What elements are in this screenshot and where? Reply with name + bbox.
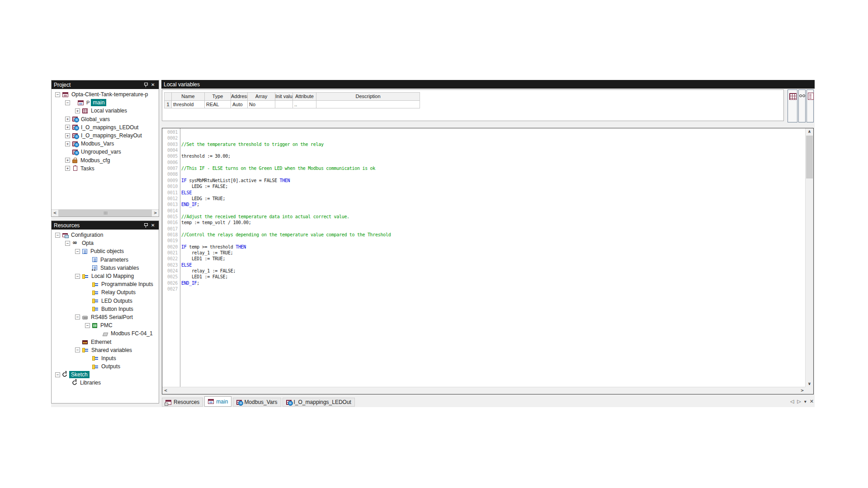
code-line-0022[interactable]: 0022 LED1 := TRUE; — [162, 256, 786, 262]
pin-icon[interactable] — [143, 82, 149, 88]
expander-icon[interactable]: − — [75, 274, 80, 279]
tree-item-led-outputs[interactable]: LED Outputs — [52, 297, 159, 305]
close-tab-icon[interactable] — [810, 399, 814, 404]
tab-menu-icon[interactable] — [804, 399, 807, 404]
expander-icon[interactable]: + — [75, 108, 80, 113]
column-header-name[interactable]: Name — [172, 93, 205, 101]
code-line-0020[interactable]: 0020IF temp >= threshold THEN — [162, 244, 786, 250]
expander-icon[interactable]: − — [55, 92, 60, 97]
cell-name[interactable]: threshold — [172, 101, 205, 108]
tree-item-main[interactable]: −Pmain — [52, 99, 159, 107]
cell-address[interactable]: Auto — [231, 101, 248, 108]
row-number-header[interactable] — [165, 93, 172, 101]
grid-view-button[interactable] — [788, 89, 797, 122]
tree-item-outputs[interactable]: Outputs — [52, 362, 159, 371]
tree-item-modbus-cfg[interactable]: +Modbus_cfg — [52, 156, 159, 164]
table-row[interactable]: 1thresholdREALAutoNo.. — [165, 101, 420, 108]
scroll-down-icon[interactable] — [806, 380, 813, 387]
code-line-0026[interactable]: 0026END_IF; — [162, 280, 786, 286]
expander-icon[interactable]: − — [75, 249, 80, 254]
code-line-0006[interactable]: 0006 — [162, 160, 786, 165]
code-line-0024[interactable]: 0024 relay_1 := FALSE; — [162, 268, 786, 274]
scrollbar-thumb[interactable] — [806, 136, 813, 178]
tree-item-parameters[interactable]: Parameters — [52, 256, 159, 264]
watch-view-button[interactable] — [798, 89, 806, 122]
expander-icon[interactable]: − — [75, 314, 80, 319]
expander-icon[interactable]: + — [65, 125, 70, 130]
tree-item-pmc[interactable]: −PMC — [52, 321, 159, 329]
tab-resources[interactable]: Resources — [162, 398, 203, 407]
code-line-0013[interactable]: 0013END_IF; — [162, 202, 786, 207]
scroll-left-icon[interactable] — [52, 210, 58, 216]
tree-item-i-o-mappings-ledout[interactable]: +I_O_mappings_LEDOut — [52, 123, 159, 131]
tab-modbus-vars[interactable]: Modbus_Vars — [233, 398, 281, 407]
code-line-0009[interactable]: 0009IF sysMbMRtuNetList[0].active = FALS… — [162, 178, 786, 183]
project-hscrollbar[interactable] — [52, 209, 159, 216]
tree-item-global-vars[interactable]: +Global_vars — [52, 115, 159, 123]
column-header-type[interactable]: Type — [205, 93, 231, 101]
expander-icon[interactable]: − — [65, 100, 70, 105]
expander-icon[interactable]: − — [85, 323, 90, 328]
code-line-0014[interactable]: 0014 — [162, 208, 786, 214]
code-line-0008[interactable]: 0008 — [162, 171, 786, 177]
expander-icon[interactable]: − — [55, 233, 60, 238]
column-header-attribute[interactable]: Attribute — [293, 93, 316, 101]
column-header-init-value[interactable]: Init value — [275, 93, 293, 101]
cell-type[interactable]: REAL — [205, 101, 231, 108]
code-line-0019[interactable]: 0019 — [162, 238, 786, 244]
code-line-0025[interactable]: 0025 LED1 := FALSE; — [162, 274, 786, 280]
code-line-0010[interactable]: 0010 LEDG := FALSE; — [162, 183, 786, 189]
tree-item-ethernet[interactable]: Ethernet — [52, 338, 159, 346]
code-line-0015[interactable]: 0015//Adjust the received temperature da… — [162, 214, 786, 220]
tree-item-public-objects[interactable]: −Public objects — [52, 247, 159, 255]
code-line-0007[interactable]: 0007//This IF - ELSE turns on the Green … — [162, 165, 786, 171]
scroll-right-icon[interactable] — [152, 210, 159, 216]
expander-icon[interactable]: − — [75, 347, 80, 352]
code-line-0018[interactable]: 0018//Control the relays depending on th… — [162, 232, 786, 238]
editor-hscrollbar[interactable] — [162, 387, 806, 394]
tree-item-modbus-fc-04-1[interactable]: Modbus FC-04_1 — [52, 329, 159, 338]
code-editor[interactable]: 000100020003//Set the temperature thresh… — [162, 128, 814, 394]
cell-init_value[interactable] — [275, 101, 293, 108]
tree-item-sketch[interactable]: −Sketch — [52, 371, 159, 379]
column-header-description[interactable]: Description — [316, 93, 420, 101]
tree-item-tasks[interactable]: +Tasks — [52, 164, 159, 173]
tab-i-o-mappings-ledout[interactable]: I_O_mappings_LEDOut — [283, 398, 355, 407]
scroll-up-icon[interactable] — [806, 128, 813, 135]
column-header-address[interactable]: Address — [231, 93, 248, 101]
expander-icon[interactable]: + — [65, 133, 70, 138]
tree-item-status-variables[interactable]: Status variables — [52, 264, 159, 272]
cell-array[interactable]: No — [248, 101, 275, 108]
code-line-0003[interactable]: 0003//Set the temperature threshold to t… — [162, 141, 786, 147]
tree-item-local-io-mapping[interactable]: −Local IO Mapping — [52, 272, 159, 280]
tree-item-local-variables[interactable]: +Local variables — [52, 107, 159, 115]
expander-icon[interactable]: + — [65, 141, 70, 146]
text-view-button[interactable] — [807, 89, 814, 122]
expander-icon[interactable]: + — [65, 166, 70, 171]
expander-icon[interactable]: + — [65, 158, 70, 163]
code-line-0027[interactable]: 0027 — [162, 286, 786, 292]
code-line-0011[interactable]: 0011ELSE — [162, 190, 786, 196]
cell-num[interactable]: 1 — [165, 101, 172, 108]
expander-icon[interactable]: + — [65, 117, 70, 122]
code-line-0017[interactable]: 0017 — [162, 226, 786, 232]
tree-item-button-inputs[interactable]: Button Inputs — [52, 305, 159, 313]
tree-item-opta[interactable]: −Opta — [52, 239, 159, 247]
code-line-0004[interactable]: 0004 — [162, 147, 786, 153]
scroll-left-icon[interactable] — [162, 387, 169, 394]
code-line-0016[interactable]: 0016temp := temp_volt / 100.00; — [162, 220, 786, 225]
code-line-0023[interactable]: 0023ELSE — [162, 262, 786, 268]
cell-attribute[interactable]: .. — [293, 101, 316, 108]
scrollbar-thumb[interactable] — [58, 210, 152, 216]
scroll-right-icon[interactable] — [799, 387, 806, 394]
code-line-0012[interactable]: 0012 LEDG := TRUE; — [162, 196, 786, 202]
code-line-0001[interactable]: 0001 — [162, 129, 786, 135]
nav-forward-icon[interactable] — [797, 399, 801, 404]
close-icon[interactable] — [150, 222, 156, 229]
nav-back-icon[interactable] — [790, 399, 794, 404]
expander-icon[interactable]: − — [55, 372, 60, 377]
tree-item-relay-outputs[interactable]: Relay Outputs — [52, 288, 159, 296]
tree-item-i-o-mappings-relayout[interactable]: +I_O_mappings_RelayOut — [52, 131, 159, 140]
tree-item-rs485-serialport[interactable]: −RS485 SerialPort — [52, 313, 159, 321]
tab-main[interactable]: main — [204, 396, 231, 407]
